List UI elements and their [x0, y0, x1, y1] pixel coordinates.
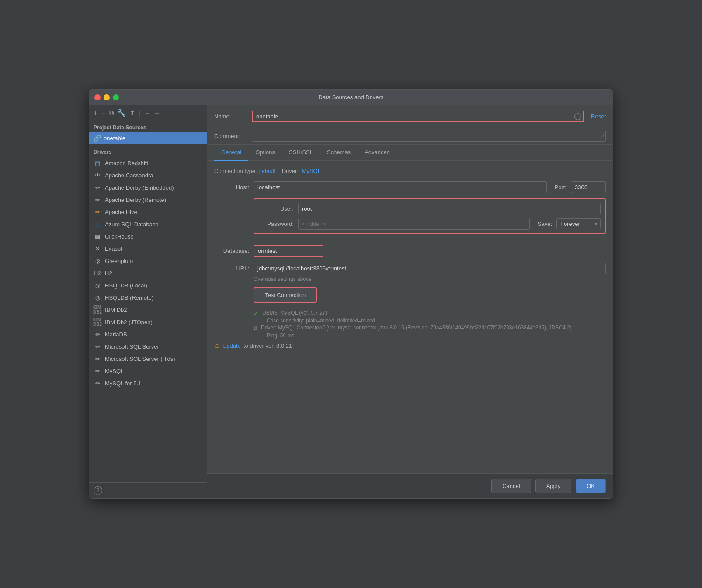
import-icon[interactable]: ⬆: [129, 109, 135, 117]
save-label: Save:: [538, 221, 552, 227]
driver-name-amazon-redshift: Amazon Redshift: [105, 160, 148, 166]
tab-ssh-ssl-label: SSH/SSL: [289, 149, 313, 156]
cancel-button[interactable]: Cancel: [491, 479, 531, 493]
driver-item-amazon-redshift[interactable]: ▤ Amazon Redshift: [89, 157, 207, 169]
driver-icon-mysql: ✏: [94, 367, 101, 375]
driver-name-mariadb: MariaDB: [105, 331, 127, 338]
driver-item-mssql-jtds[interactable]: ✏ Microsoft SQL Server (jTds): [89, 353, 207, 365]
maximize-button[interactable]: [113, 94, 119, 100]
name-input[interactable]: [252, 111, 584, 122]
apply-button[interactable]: Apply: [535, 479, 572, 493]
comment-row: Comment: ⤢: [207, 128, 613, 145]
close-button[interactable]: [94, 94, 101, 100]
name-label: Name:: [214, 113, 245, 120]
test-result-text-1: DBMS: MySQL (ver. 5.7.27): [262, 310, 327, 316]
test-connection-wrap: Test Connection: [254, 287, 606, 303]
driver-item-clickhouse[interactable]: ▤ ClickHouse: [89, 230, 207, 242]
driver-item-ibm-db2[interactable]: IBMDB2 IBM Db2: [89, 304, 207, 316]
reset-button[interactable]: Reset: [591, 113, 606, 120]
driver-item-azure-sql[interactable]: △ Azure SQL Database: [89, 218, 207, 230]
test-result-text-2: Case sensitivity: plain=mixed, delimited…: [267, 318, 375, 324]
driver-icon-ibm-db2-jtopen: IBMDB2: [94, 318, 101, 326]
dialog-footer: Cancel Apply OK: [207, 473, 613, 498]
minimize-button[interactable]: [104, 94, 110, 100]
database-input-wrap: [254, 245, 323, 257]
driver-item-mssql[interactable]: ✏ Microsoft SQL Server: [89, 340, 207, 353]
left-footer: ?: [89, 482, 207, 498]
driver-item-mysql-51[interactable]: ✏ MySQL for 5.1: [89, 377, 207, 389]
name-input-wrap: [252, 111, 584, 122]
remove-icon[interactable]: −: [101, 109, 105, 117]
driver-name-apache-derby-remote: Apache Derby (Remote): [105, 197, 166, 203]
driver-item-mariadb[interactable]: ✏ MariaDB: [89, 328, 207, 340]
copy-icon[interactable]: ⧉: [109, 109, 114, 117]
comment-input[interactable]: [252, 131, 606, 142]
datasource-icon: 🔗: [94, 135, 101, 142]
forward-icon[interactable]: →: [154, 110, 160, 117]
tabs-bar: General Options SSH/SSL Schemas Advanced: [207, 145, 613, 161]
url-input[interactable]: [254, 263, 606, 274]
wrench-icon[interactable]: 🔧: [117, 109, 126, 117]
driver-icon-h2: H2: [94, 269, 101, 277]
driver-item-apache-hive[interactable]: ✏ Apache Hive: [89, 206, 207, 218]
tab-schemas[interactable]: Schemas: [320, 145, 358, 161]
test-result-text-4: Ping: 56 ms: [267, 332, 294, 339]
driver-name-clickhouse: ClickHouse: [105, 233, 134, 240]
connection-type-value[interactable]: default: [258, 168, 275, 174]
back-icon[interactable]: ←: [144, 110, 150, 117]
tab-options-label: Options: [255, 149, 275, 156]
driver-icon-mariadb: ✏: [94, 330, 101, 338]
user-row: User:: [259, 203, 601, 214]
save-select[interactable]: Forever Until restart Never: [556, 218, 601, 229]
driver-item-hsqldb-remote[interactable]: ◎ HSQLDB (Remote): [89, 291, 207, 304]
driver-icon-mssql-jtds: ✏: [94, 355, 101, 363]
driver-icon-apache-derby-embedded: ✏: [94, 183, 101, 191]
host-label: Host:: [214, 184, 249, 190]
password-input[interactable]: [298, 218, 530, 230]
driver-item-greenplum[interactable]: ◎ Greenplum: [89, 255, 207, 267]
update-bar: ⚠ Update to driver ver. 8.0.21: [214, 342, 606, 349]
url-row: URL:: [214, 263, 606, 274]
driver-icon-hsqldb-local: ◎: [94, 281, 101, 289]
driver-value[interactable]: MySQL: [302, 168, 321, 174]
selected-datasource-item[interactable]: 🔗 onetable: [89, 132, 207, 144]
driver-name-hsqldb-remote: HSQLDB (Remote): [105, 294, 153, 301]
driver-item-apache-cassandra[interactable]: 👁 Apache Cassandra: [89, 169, 207, 181]
driver-item-h2[interactable]: H2 H2: [89, 267, 207, 279]
add-icon[interactable]: +: [94, 109, 97, 117]
test-results: ✓ DBMS: MySQL (ver. 5.7.27) Case sensiti…: [254, 310, 606, 339]
driver-list: ▤ Amazon Redshift 👁 Apache Cassandra ✏ A…: [89, 157, 207, 482]
driver-icon-exasol: ✕: [94, 245, 101, 252]
tab-ssh-ssl[interactable]: SSH/SSL: [282, 145, 320, 161]
name-row: Name: Reset: [207, 105, 613, 128]
ok-button[interactable]: OK: [576, 479, 606, 493]
driver-item-mysql[interactable]: ✏ MySQL: [89, 365, 207, 377]
driver-item-hsqldb-local[interactable]: ◎ HSQLDB (Local): [89, 279, 207, 291]
driver-name-azure-sql: Azure SQL Database: [105, 221, 158, 228]
tab-options[interactable]: Options: [248, 145, 282, 161]
user-label: User:: [259, 205, 294, 212]
tab-general[interactable]: General: [214, 145, 248, 161]
driver-name-ibm-db2: IBM Db2: [105, 307, 127, 313]
driver-item-apache-derby-remote[interactable]: ✏ Apache Derby (Remote): [89, 194, 207, 206]
test-result-2: Case sensitivity: plain=mixed, delimited…: [254, 318, 606, 324]
database-input[interactable]: [254, 245, 323, 257]
port-input[interactable]: [571, 181, 606, 193]
host-input[interactable]: [254, 181, 547, 193]
name-circle-icon: [574, 113, 581, 120]
driver-name-h2: H2: [105, 270, 112, 277]
driver-name-apache-hive: Apache Hive: [105, 209, 137, 215]
driver-item-exasol[interactable]: ✕ Exasol: [89, 242, 207, 255]
help-icon[interactable]: ?: [94, 486, 102, 495]
title-bar: Data Sources and Drivers: [89, 90, 613, 105]
tab-advanced[interactable]: Advanced: [358, 145, 397, 161]
driver-item-apache-derby-embedded[interactable]: ✏ Apache Derby (Embedded): [89, 181, 207, 194]
toolbar-separator: [139, 110, 140, 117]
driver-item-ibm-db2-jtopen[interactable]: IBMDB2 IBM Db2 (JTOpen): [89, 316, 207, 328]
test-connection-button[interactable]: Test Connection: [254, 287, 317, 303]
test-result-1: ✓ DBMS: MySQL (ver. 5.7.27): [254, 310, 606, 317]
update-link[interactable]: Update: [222, 342, 241, 349]
user-input[interactable]: [298, 203, 601, 214]
driver-icon-mysql-51: ✏: [94, 379, 101, 387]
save-select-wrap: Forever Until restart Never: [556, 218, 601, 229]
